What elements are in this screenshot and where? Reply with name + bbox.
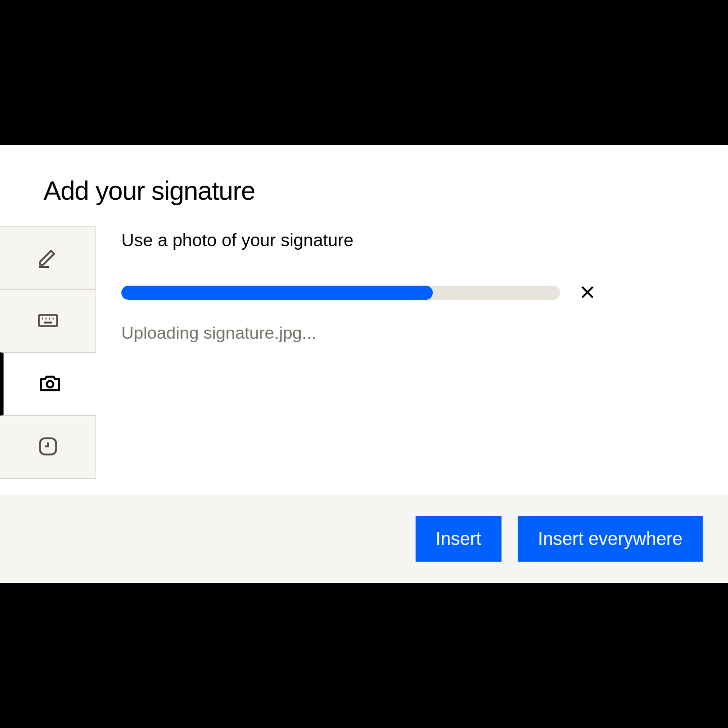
upload-status-text: Uploading signature.jpg... [121, 323, 703, 343]
keyboard-icon [36, 308, 60, 334]
insert-everywhere-button[interactable]: Insert everywhere [518, 516, 703, 562]
upload-progress-fill [121, 286, 433, 300]
tab-recent[interactable] [0, 416, 96, 479]
cancel-upload-button[interactable] [575, 281, 600, 305]
pencil-icon [36, 245, 60, 271]
dialog-footer: Insert Insert everywhere [0, 495, 728, 583]
close-icon [578, 283, 597, 303]
progress-row [121, 281, 703, 305]
svg-rect-1 [39, 315, 57, 326]
dialog-header: Add your signature [0, 145, 728, 226]
camera-icon [38, 371, 62, 397]
tab-draw[interactable] [0, 226, 96, 289]
dialog-body: Use a photo of your signature Uploading … [0, 226, 728, 495]
content-area: Use a photo of your signature Uploading … [96, 226, 728, 495]
dialog-title: Add your signature [43, 175, 728, 206]
tab-photo[interactable] [0, 352, 96, 416]
content-subtitle: Use a photo of your signature [121, 230, 703, 250]
svg-point-7 [47, 381, 53, 387]
tab-type[interactable] [0, 289, 96, 352]
upload-progress-bar [121, 286, 560, 300]
tab-strip [0, 226, 96, 495]
clock-icon [36, 434, 60, 461]
insert-button[interactable]: Insert [416, 516, 502, 562]
signature-dialog: Add your signature [0, 145, 728, 583]
